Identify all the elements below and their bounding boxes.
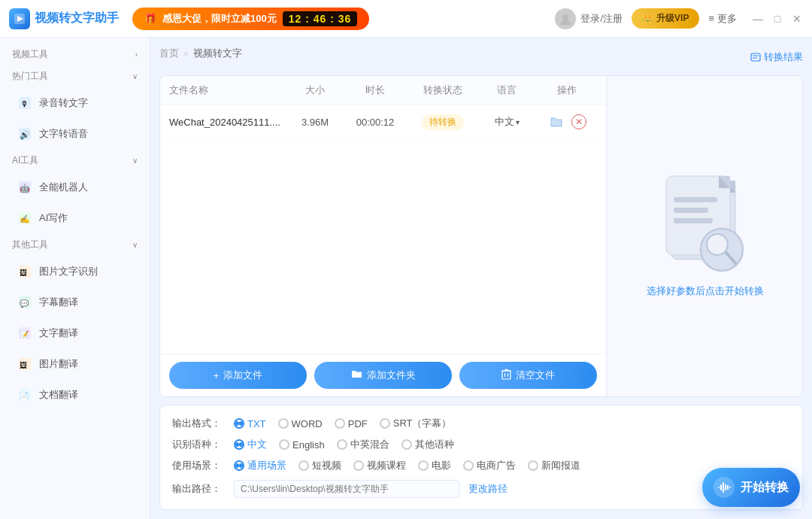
maximize-button[interactable]: □ [771, 13, 783, 25]
minimize-button[interactable]: — [752, 13, 764, 25]
scene-short-video[interactable]: 短视频 [298, 459, 341, 472]
sidebar-item-image-trans[interactable]: 🖼 图片翻译 [5, 349, 145, 379]
sidebar-item-text-to-speech[interactable]: 🔊 文字转语音 [5, 119, 145, 149]
app-logo: 视频转文字助手 [9, 8, 119, 29]
preview-illustration [660, 175, 750, 272]
user-section[interactable]: 登录/注册 [555, 8, 623, 29]
image-ocr-label: 图片文字识别 [39, 265, 98, 278]
radio-srt-dot [380, 418, 390, 429]
sidebar-section-ai[interactable]: AI工具 ∨ [0, 150, 150, 171]
lang-en[interactable]: English [279, 439, 325, 451]
promo-banner[interactable]: 🎁 感恩大促，限时立减100元 12 : 46 : 36 [132, 8, 369, 30]
scene-ecommerce[interactable]: 电商广告 [463, 459, 516, 472]
file-table-section: 文件名称 大小 时长 转换状态 语言 操作 WeChat_20240425111… [160, 76, 606, 396]
promo-text: 感恩大促，限时立减100元 [162, 12, 277, 26]
robot-icon: 🤖 [17, 179, 33, 196]
add-file-button[interactable]: + 添加文件 [169, 362, 307, 389]
format-pdf[interactable]: PDF [335, 418, 368, 429]
breadcrumb-sep: » [183, 48, 189, 59]
promo-timer: 12 : 46 : 36 [283, 11, 358, 26]
scene-general[interactable]: 通用场景 [234, 459, 286, 472]
sidebar-item-subtitle-trans[interactable]: 💬 字幕翻译 [5, 287, 145, 317]
text-trans-icon: 📝 [17, 325, 33, 341]
change-path-button[interactable]: 更改路径 [468, 482, 508, 496]
text-trans-label: 文字翻译 [39, 326, 78, 340]
start-convert-button[interactable]: 开始转换 [702, 468, 800, 507]
format-srt[interactable]: SRT（字幕） [380, 417, 452, 430]
waveform-icon [714, 477, 735, 498]
radio-word-dot [278, 418, 289, 429]
table-row: WeChat_20240425111.... 3.96M 00:00:12 待转… [160, 105, 606, 139]
titlebar: 视频转文字助手 🎁 感恩大促，限时立减100元 12 : 46 : 36 登录/… [0, 0, 812, 38]
sidebar-item-image-ocr[interactable]: 🖼 图片文字识别 [5, 256, 145, 287]
lang-mixed[interactable]: 中英混合 [337, 438, 389, 451]
language-row: 识别语种： 中文 English 中英混合 [172, 434, 790, 455]
sidebar-item-audio-to-text[interactable]: 🎙 录音转文字 [5, 88, 145, 118]
lang-other[interactable]: 其他语种 [401, 438, 454, 451]
radio-news-dot [528, 460, 538, 471]
radio-zh-dot [234, 439, 244, 450]
sidebar-section-hot[interactable]: 热门工具 ∨ [0, 65, 150, 87]
preview-hint: 选择好参数后点击开始转换 [647, 284, 764, 298]
login-label[interactable]: 登录/注册 [580, 12, 623, 26]
vip-button[interactable]: 👑 升级VIP [632, 8, 699, 29]
svg-rect-34 [674, 197, 717, 202]
file-name-cell: WeChat_20240425111.... [169, 117, 289, 128]
svg-rect-35 [674, 208, 708, 213]
format-txt[interactable]: TXT [234, 418, 266, 429]
folder-icon [351, 369, 362, 382]
menu-button[interactable]: ≡ 更多 [708, 12, 737, 26]
sidebar-section-other[interactable]: 其他工具 ∨ [0, 234, 150, 256]
breadcrumb-current: 视频转文字 [193, 47, 242, 60]
col-filename: 文件名称 [169, 83, 289, 97]
scene-news[interactable]: 新闻报道 [528, 459, 580, 472]
scene-group: 通用场景 短视频 视频课程 电影 [234, 459, 580, 472]
clear-files-button[interactable]: 清空文件 [459, 362, 597, 389]
col-ops: 操作 [537, 83, 597, 97]
sidebar-item-doc-trans[interactable]: 📄 文档翻译 [5, 380, 145, 410]
col-lang: 语言 [477, 83, 537, 97]
output-path-input[interactable] [234, 480, 459, 498]
window-controls: — □ ✕ [752, 13, 803, 25]
content-area: 首页 » 视频转文字 转换结果 文件名称 大小 时长 转换状态 语言 操作 [150, 38, 812, 519]
main-layout: 视频工具 › 热门工具 ∨ 🎙 录音转文字 🔊 文字 [0, 38, 812, 519]
trash-icon [501, 369, 511, 382]
audio-icon: 🎙 [17, 95, 33, 111]
folder-button[interactable] [547, 113, 565, 131]
scene-label: 使用场景： [172, 459, 225, 472]
sidebar-section-video[interactable]: 视频工具 › [0, 44, 150, 65]
tts-icon: 🔊 [17, 126, 33, 142]
user-avatar [555, 8, 576, 29]
subtitle-icon: 💬 [17, 294, 33, 311]
audio-to-text-label: 录音转文字 [39, 96, 88, 110]
scene-movie[interactable]: 电影 [418, 459, 451, 472]
output-format-label: 输出格式： [172, 417, 225, 430]
sidebar-item-text-trans[interactable]: 📝 文字翻译 [5, 318, 145, 348]
svg-rect-23 [502, 371, 511, 379]
file-lang-cell[interactable]: 中文 ▾ [477, 115, 537, 129]
scene-course[interactable]: 视频课程 [353, 459, 406, 472]
breadcrumb-home[interactable]: 首页 [159, 47, 179, 60]
radio-txt-dot [234, 418, 244, 429]
close-button[interactable]: ✕ [791, 13, 803, 25]
sidebar: 视频工具 › 热门工具 ∨ 🎙 录音转文字 🔊 文字 [0, 38, 150, 519]
format-word[interactable]: WORD [278, 418, 323, 429]
convert-results-button[interactable]: 转换结果 [750, 50, 803, 64]
lang-zh[interactable]: 中文 [234, 438, 267, 451]
plus-icon: + [214, 370, 220, 381]
radio-general-dot [234, 460, 244, 471]
breadcrumb: 首页 » 视频转文字 [159, 47, 242, 60]
table-body: WeChat_20240425111.... 3.96M 00:00:12 待转… [160, 105, 606, 354]
promo-gift: 🎁 [144, 13, 156, 24]
svg-text:📄: 📄 [20, 391, 29, 401]
add-folder-button[interactable]: 添加文件夹 [314, 362, 452, 389]
sidebar-item-ai-writing[interactable]: ✍ AI写作 [5, 203, 145, 233]
delete-button[interactable]: ✕ [571, 114, 586, 129]
scene-row: 使用场景： 通用场景 短视频 视频课程 [172, 455, 790, 476]
sidebar-item-ai-robot[interactable]: 🤖 全能机器人 [5, 172, 145, 202]
col-size: 大小 [289, 83, 341, 97]
svg-text:✍: ✍ [20, 214, 30, 224]
file-ops-cell: ✕ [537, 113, 597, 131]
image-trans-icon: 🖼 [17, 356, 33, 372]
svg-point-1 [562, 14, 568, 20]
